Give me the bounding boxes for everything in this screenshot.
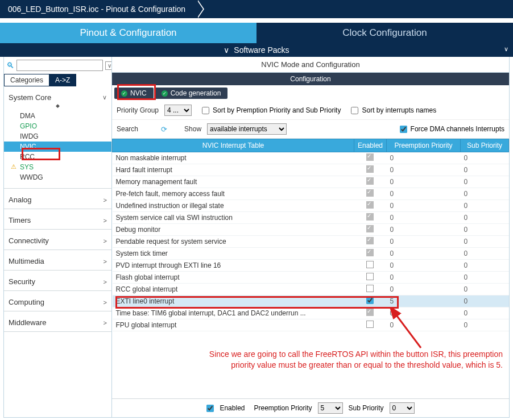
category-header[interactable]: Timers> bbox=[4, 211, 111, 229]
table-row[interactable]: FPU global interrupt00 bbox=[113, 319, 509, 331]
preempt-cell[interactable]: 0 bbox=[387, 319, 461, 331]
interrupt-name: Time base: TIM6 global interrupt, DAC1 a… bbox=[113, 307, 354, 319]
preempt-cell[interactable]: 0 bbox=[387, 272, 461, 284]
sub-cell[interactable]: 0 bbox=[461, 248, 509, 260]
preempt-cell[interactable]: 0 bbox=[387, 200, 461, 212]
sort-up-icon[interactable]: ◆ bbox=[4, 103, 111, 109]
warning-icon: ⚠ bbox=[11, 163, 16, 171]
footer-preempt-label: Preemption Priority bbox=[254, 404, 312, 412]
tab-clock[interactable]: Clock Configuration bbox=[256, 23, 513, 43]
table-row[interactable]: Debug monitor00 bbox=[113, 224, 509, 236]
mode-tab-categories[interactable]: Categories bbox=[4, 74, 49, 86]
table-row[interactable]: Hard fault interrupt00 bbox=[113, 164, 509, 176]
table-row[interactable]: Non maskable interrupt00 bbox=[113, 152, 509, 164]
chevron-down-icon: ∨ bbox=[102, 94, 107, 101]
sub-cell[interactable]: 0 bbox=[461, 200, 509, 212]
conf-tab-codegen[interactable]: ✓ Code generation bbox=[155, 88, 228, 99]
config-tabs: ✓ NVIC ✓ Code generation bbox=[112, 85, 509, 101]
sidebar-item-wwdg[interactable]: WWDG bbox=[4, 172, 111, 182]
tab-pinout[interactable]: Pinout & Configuration bbox=[0, 23, 256, 43]
category-header[interactable]: Middleware> bbox=[4, 314, 111, 331]
table-row[interactable]: Time base: TIM6 global interrupt, DAC1 a… bbox=[113, 307, 509, 319]
main-tabs: Pinout & Configuration Clock Configurati… bbox=[0, 23, 513, 43]
sub-cell[interactable]: 0 bbox=[461, 212, 509, 224]
dropdown-icon[interactable]: ∨ bbox=[105, 61, 112, 70]
conf-tab-nvic[interactable]: ✓ NVIC bbox=[114, 88, 154, 99]
interrupt-name: System tick timer bbox=[113, 248, 354, 260]
enabled-checkbox[interactable] bbox=[366, 261, 374, 268]
preempt-cell[interactable]: 0 bbox=[387, 307, 461, 319]
priority-group-select[interactable]: 4 ... bbox=[164, 105, 192, 116]
sort-preempt-checkbox[interactable] bbox=[202, 107, 209, 114]
sidebar-item-label: GPIO bbox=[20, 122, 37, 130]
sub-bar[interactable]: ∨ Software Packs ∨ bbox=[0, 43, 513, 57]
table-row[interactable]: EXTI line0 interrupt50 bbox=[113, 296, 509, 307]
sidebar-item-dma[interactable]: DMA bbox=[4, 111, 111, 121]
enabled-checkbox[interactable] bbox=[366, 297, 374, 304]
preempt-cell[interactable]: 0 bbox=[387, 164, 461, 176]
search-input[interactable] bbox=[16, 60, 103, 71]
enabled-checkbox bbox=[366, 189, 374, 197]
col-preempt[interactable]: Preemption Priority bbox=[387, 139, 461, 152]
mode-tab-az[interactable]: A->Z bbox=[49, 74, 76, 86]
preempt-cell[interactable]: 0 bbox=[387, 152, 461, 164]
category-header[interactable]: Security> bbox=[4, 273, 111, 290]
table-row[interactable]: Flash global interrupt00 bbox=[113, 272, 509, 284]
show-select[interactable]: available interrupts bbox=[207, 123, 287, 135]
preempt-cell[interactable]: 0 bbox=[387, 188, 461, 200]
search-icon[interactable]: 🔍︎ bbox=[6, 61, 14, 70]
table-row[interactable]: Undefined instruction or illegal state00 bbox=[113, 200, 509, 212]
sub-cell[interactable]: 0 bbox=[461, 272, 509, 284]
footer-enabled-checkbox[interactable] bbox=[206, 405, 214, 412]
preempt-cell[interactable]: 0 bbox=[387, 284, 461, 296]
enabled-checkbox[interactable] bbox=[366, 285, 374, 292]
col-sub[interactable]: Sub Priority bbox=[461, 139, 509, 152]
sub-cell[interactable]: 0 bbox=[461, 260, 509, 272]
preempt-cell[interactable]: 0 bbox=[387, 260, 461, 272]
sort-names-checkbox[interactable] bbox=[351, 107, 358, 114]
table-row[interactable]: System tick timer00 bbox=[113, 248, 509, 260]
category-header[interactable]: Connectivity> bbox=[4, 232, 111, 249]
preempt-cell[interactable]: 0 bbox=[387, 224, 461, 236]
sub-cell[interactable]: 0 bbox=[461, 284, 509, 296]
enabled-checkbox[interactable] bbox=[366, 273, 374, 280]
col-name[interactable]: NVIC Interrupt Table bbox=[113, 139, 354, 152]
refresh-icon[interactable]: ⟳ bbox=[161, 125, 167, 134]
sidebar-item-rcc[interactable]: RCC bbox=[4, 152, 111, 162]
sub-cell[interactable]: 0 bbox=[461, 236, 509, 248]
table-row[interactable]: Memory management fault00 bbox=[113, 176, 509, 188]
col-enabled[interactable]: Enabled bbox=[354, 139, 386, 152]
preempt-cell[interactable]: 5 bbox=[387, 296, 461, 307]
enabled-checkbox[interactable] bbox=[366, 321, 374, 328]
preempt-cell[interactable]: 0 bbox=[387, 236, 461, 248]
category-header[interactable]: Computing> bbox=[4, 293, 111, 311]
sub-cell[interactable]: 0 bbox=[461, 188, 509, 200]
sub-cell[interactable]: 0 bbox=[461, 224, 509, 236]
table-row[interactable]: Pre-fetch fault, memory access fault00 bbox=[113, 188, 509, 200]
preempt-cell[interactable]: 0 bbox=[387, 248, 461, 260]
table-row[interactable]: System service call via SWI instruction0… bbox=[113, 212, 509, 224]
sub-cell[interactable]: 0 bbox=[461, 307, 509, 319]
sidebar-item-sys[interactable]: ⚠SYS bbox=[4, 162, 111, 172]
table-row[interactable]: RCC global interrupt00 bbox=[113, 284, 509, 296]
sub-cell[interactable]: 0 bbox=[461, 296, 509, 307]
category-header[interactable]: Analog> bbox=[4, 191, 111, 209]
preempt-cell[interactable]: 0 bbox=[387, 176, 461, 188]
table-row[interactable]: PVD interrupt through EXTI line 1600 bbox=[113, 260, 509, 272]
preempt-cell[interactable]: 0 bbox=[387, 212, 461, 224]
sub-cell[interactable]: 0 bbox=[461, 152, 509, 164]
force-dma-checkbox[interactable] bbox=[400, 126, 407, 133]
table-row[interactable]: Pendable request for system service00 bbox=[113, 236, 509, 248]
sidebar-item-gpio[interactable]: GPIO bbox=[4, 121, 111, 131]
sub-cell[interactable]: 0 bbox=[461, 176, 509, 188]
sidebar-item-iwdg[interactable]: IWDG bbox=[4, 131, 111, 142]
footer-sub-select[interactable]: 0 bbox=[390, 402, 415, 414]
footer-preempt-select[interactable]: 5 bbox=[318, 402, 343, 414]
breadcrumb-title: 006_LED_Button_ISR.ioc - Pinout & Config… bbox=[0, 0, 197, 18]
enabled-checkbox bbox=[366, 177, 374, 185]
category-header[interactable]: Multimedia> bbox=[4, 252, 111, 270]
sub-cell[interactable]: 0 bbox=[461, 164, 509, 176]
sub-cell[interactable]: 0 bbox=[461, 319, 509, 331]
sidebar-item-nvic[interactable]: NVIC bbox=[4, 142, 111, 152]
enabled-cell bbox=[354, 224, 386, 236]
